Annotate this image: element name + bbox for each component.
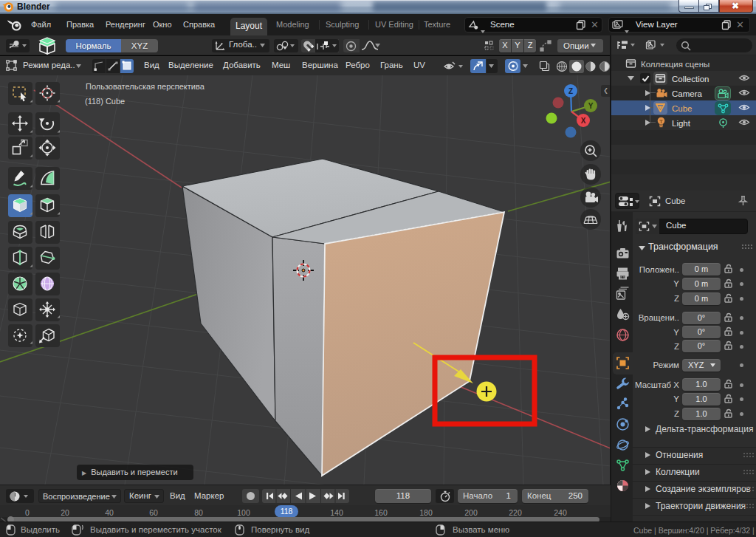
- svg-text:Z: Z: [568, 87, 573, 95]
- svg-text:Y: Y: [588, 102, 594, 110]
- svg-text:X: X: [581, 117, 586, 125]
